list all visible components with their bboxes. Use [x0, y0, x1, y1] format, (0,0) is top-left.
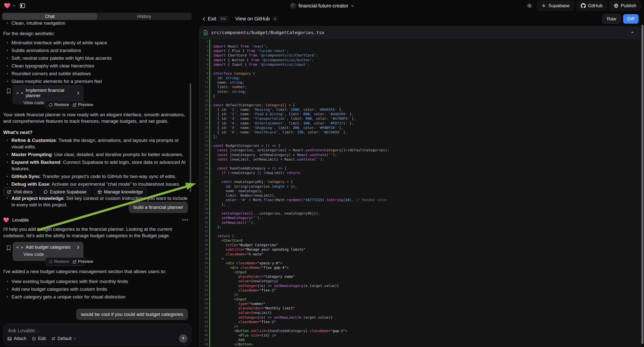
visit-docs-button[interactable]: Visit docs	[3, 187, 36, 197]
code-line: 24⌄const BudgetCategories = () => {	[200, 144, 641, 148]
file-path: src/components/budget/BudgetCategories.t…	[211, 30, 324, 35]
code-line: 2import React from 'react';	[200, 44, 641, 48]
manage-knowledge-button[interactable]: Manage knowledge	[94, 187, 147, 197]
mode-selector[interactable]: Default	[51, 336, 76, 341]
bookmark-icon[interactable]	[6, 88, 11, 94]
code-line-content: <Input	[209, 297, 641, 302]
bullet-text: Expand with Backend: Connect Supabase to…	[12, 159, 190, 172]
restore-preview-bar: Restore Preview	[45, 258, 86, 266]
restore-button[interactable]: Restore	[48, 102, 69, 107]
restore-button[interactable]: Restore	[48, 259, 69, 264]
line-number: 5	[200, 58, 209, 62]
edit-button[interactable]: Edit	[32, 336, 46, 341]
preview-button[interactable]: Preview	[73, 259, 93, 264]
settings-gear-button[interactable]	[524, 1, 534, 10]
line-number: 27	[200, 157, 209, 162]
fold-chevron-icon[interactable]: ⌄	[210, 180, 212, 184]
code-line-content: limit: number;	[209, 85, 641, 89]
collapse-file-button[interactable]	[628, 28, 637, 37]
line-number: 30	[200, 170, 209, 175]
line-number: 6	[200, 62, 209, 67]
code-line: 41 setNewLimit('');	[200, 220, 641, 225]
file-header[interactable]: src/components/budget/BudgetCategories.t…	[200, 26, 641, 39]
github-button[interactable]: GitHub	[576, 1, 607, 10]
design-bullet-list: Minimalist interface with plenty of whit…	[3, 40, 190, 86]
design-heading: For the design aesthetic:	[3, 30, 190, 37]
bullet-text: Each category gets a unique color for vi…	[12, 294, 126, 300]
code-line-content: name: string;	[209, 80, 641, 85]
code-line: 16 { id: '1', name: 'Housing', limit: 15…	[200, 107, 641, 112]
chevron-up-icon	[631, 31, 634, 34]
chat-composer[interactable]: Ask Lovable... Attach Edit Default	[3, 324, 191, 346]
code-line: 52 <Input	[200, 270, 641, 274]
preview-label: Preview	[78, 259, 93, 264]
code-line-content: id: String(categories.length + 1),	[209, 184, 641, 189]
chat-input[interactable]: Ask Lovable...	[8, 328, 186, 334]
view-on-github-button[interactable]: View on GitHub G	[235, 16, 278, 22]
toggle-sidebar-button[interactable]	[18, 1, 28, 10]
publish-button[interactable]: Publish	[610, 1, 640, 10]
bullet-dot	[7, 184, 8, 185]
logo-chevron-down-icon[interactable]	[12, 4, 16, 7]
code-line: 67 Add	[200, 338, 641, 342]
assistant-paragraph: Your sleek financial planner is now read…	[3, 112, 190, 124]
raw-toggle-button[interactable]: Raw	[602, 14, 621, 24]
message-menu-button[interactable]: •••	[182, 217, 189, 223]
line-number: 11	[200, 85, 209, 89]
chat-scrollbar[interactable]	[190, 84, 191, 192]
line-number: 63	[200, 320, 209, 324]
line-number: 24⌄	[200, 144, 209, 148]
sliders-icon	[51, 336, 56, 341]
code-line: 4import ChartCard from '@/components/ui/…	[200, 53, 641, 58]
chevron-right-icon	[77, 246, 80, 249]
code-line: 26 const [newCategory, setNewCategory] =…	[200, 152, 641, 157]
code-line-content: className="h-auto"	[209, 252, 641, 256]
chat-scroll-area[interactable]: Clean, intuitive navigation For the desi…	[0, 12, 197, 347]
send-button[interactable]	[179, 334, 188, 343]
explore-supabase-button[interactable]: Explore Supabase	[40, 187, 90, 197]
line-number: 1	[200, 40, 209, 44]
external-link-icon	[7, 190, 11, 194]
code-line-content: <ChartCard	[209, 238, 641, 243]
diff-toggle-button[interactable]: Diff	[623, 14, 638, 24]
fold-chevron-icon[interactable]: ⌄	[210, 103, 212, 107]
code-line-content: <div className="flex gap-4">	[209, 265, 641, 270]
code-line: 25 const [categories, setCategories] = R…	[200, 148, 641, 152]
line-number: 39	[200, 211, 209, 216]
fold-chevron-icon[interactable]: ⌄	[210, 166, 212, 170]
supabase-button[interactable]: Supabase	[537, 1, 574, 10]
bullet-text: GitHub Sync: Transfer your project's cod…	[12, 173, 176, 180]
code-line: 50 <div className="space-y-6">	[200, 261, 641, 265]
fold-chevron-icon[interactable]: ⌄	[210, 71, 212, 76]
code-line-content: };	[209, 225, 641, 229]
view-code-link[interactable]: View code	[24, 252, 80, 257]
code-line: 66 <Plus size={16} />	[200, 333, 641, 338]
line-number: 37	[200, 202, 209, 206]
code-editor[interactable]: 12import React from 'react';3import { Pl…	[200, 39, 641, 347]
chevron-right-icon	[77, 91, 80, 95]
lovable-logo-icon[interactable]	[4, 3, 10, 9]
code-line: 42 };	[200, 225, 641, 229]
code-file-panel: src/components/budget/BudgetCategories.t…	[199, 26, 641, 347]
external-link-icon	[73, 103, 76, 107]
code-line-content: interface Category {	[209, 71, 641, 76]
preview-button[interactable]: Preview	[73, 102, 93, 107]
code-line: 23	[200, 139, 641, 144]
arrow-up-icon	[181, 336, 185, 340]
exit-button[interactable]: Exit ESC	[203, 16, 228, 22]
exit-label: Exit	[208, 16, 216, 22]
code-line-content: className="flex-1"	[209, 288, 641, 292]
bullet-text: Subtle animations and transitions	[12, 47, 81, 54]
added-features-bullet-list: View existing budget categories with the…	[3, 278, 190, 302]
code-line-content: <Button onClick={handleAddCategory} clas…	[209, 328, 641, 333]
code-line-content: }	[209, 94, 641, 98]
bookmark-icon[interactable]	[6, 245, 11, 251]
publish-globe-icon	[614, 3, 618, 8]
bullet-dot	[7, 22, 8, 24]
attach-button[interactable]: Attach	[8, 336, 26, 341]
code-scrollbar[interactable]	[642, 25, 644, 344]
fold-chevron-icon[interactable]: ⌄	[210, 144, 212, 148]
project-switcher[interactable]: financial-future-creator	[290, 3, 354, 9]
next-steps-bullet-list: Refine & Customize: Tweak the design, an…	[3, 137, 190, 209]
mode-label: Default	[58, 336, 72, 341]
